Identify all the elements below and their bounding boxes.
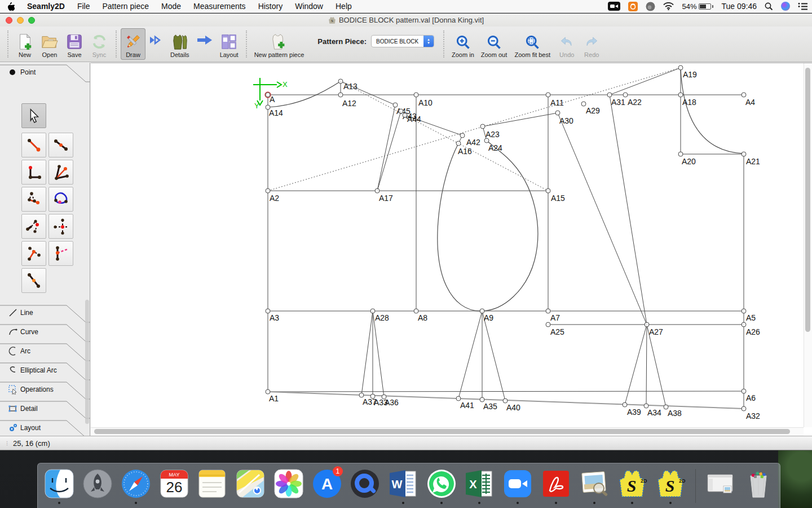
dock-notes[interactable]	[196, 468, 228, 504]
pattern-line[interactable]	[377, 111, 401, 191]
camera-menu-icon[interactable]	[646, 2, 655, 11]
pattern-line[interactable]	[483, 113, 558, 126]
pattern-line[interactable]	[361, 311, 373, 395]
pattern-point[interactable]	[414, 93, 418, 97]
pattern-line[interactable]	[373, 311, 384, 397]
pattern-point[interactable]	[607, 93, 612, 97]
screen-record-icon[interactable]	[608, 2, 620, 11]
curve-group-tab[interactable]: Curve	[0, 323, 90, 343]
menu-measurements[interactable]: Measurements	[187, 0, 252, 13]
horizontal-scrollbar-thumb[interactable]	[94, 429, 790, 434]
pattern-point[interactable]	[742, 309, 746, 313]
tool-point-of-intersection[interactable]	[48, 214, 73, 239]
layout-mode-button[interactable]: Layout	[217, 28, 242, 60]
operations-group-tab[interactable]: Operations	[0, 381, 90, 400]
line-group-tab[interactable]: Line	[0, 304, 90, 323]
apple-menu[interactable]	[0, 0, 21, 13]
pattern-point[interactable]	[359, 393, 364, 397]
dock-seamly2d-2[interactable]: S2D	[655, 468, 687, 504]
pattern-curve[interactable]	[681, 69, 744, 154]
menu-clock[interactable]: Tue 09:46	[721, 2, 757, 11]
menu-mode[interactable]: Mode	[155, 0, 187, 13]
details-mode-button[interactable]: Details	[167, 28, 193, 60]
tool-midpoint[interactable]	[21, 268, 46, 293]
pattern-line[interactable]	[458, 311, 482, 398]
notification-center-icon[interactable]	[798, 2, 808, 10]
dock-calendar[interactable]: MAY26	[158, 468, 190, 504]
dock-trash[interactable]	[742, 468, 774, 504]
dock-preview[interactable]	[578, 468, 610, 504]
minimize-button[interactable]	[17, 17, 24, 24]
pattern-drawing[interactable]: XYAA14A13A12A45A43A44A10A42A16A23A24A11A…	[91, 63, 802, 425]
pattern-point[interactable]	[742, 152, 746, 156]
pattern-point[interactable]	[581, 102, 586, 106]
pattern-point[interactable]	[678, 152, 683, 156]
open-button[interactable]: Open	[37, 28, 62, 60]
pattern-point[interactable]	[623, 93, 628, 97]
arc-group-tab[interactable]: Arc	[0, 343, 90, 362]
dock-seamly2d[interactable]: S2D	[616, 468, 648, 504]
pattern-point[interactable]	[678, 93, 683, 97]
pattern-piece-select[interactable]: BODICE BLOCK ▲▼	[371, 35, 434, 47]
pattern-point[interactable]	[480, 309, 484, 313]
pattern-point[interactable]	[338, 79, 343, 84]
pattern-point[interactable]	[623, 402, 627, 407]
dock-launchpad[interactable]	[82, 468, 114, 504]
dock-finder[interactable]	[43, 468, 76, 504]
pattern-line[interactable]	[647, 325, 666, 407]
dock-zoom[interactable]	[502, 468, 534, 504]
close-button[interactable]	[6, 17, 12, 24]
menu-seamly2d[interactable]: Seamly2D	[21, 0, 71, 13]
menu-history[interactable]: History	[252, 0, 289, 13]
spotlight-icon[interactable]	[765, 2, 773, 11]
wifi-icon[interactable]	[663, 2, 674, 10]
tool-line-intersect-axis[interactable]	[48, 241, 73, 266]
pattern-point[interactable]	[266, 389, 270, 394]
pattern-point[interactable]	[266, 189, 270, 193]
pattern-line[interactable]	[377, 105, 395, 191]
pattern-point[interactable]	[503, 398, 508, 403]
pattern-line[interactable]	[268, 68, 681, 191]
pattern-point[interactable]	[456, 396, 461, 401]
pattern-line[interactable]	[482, 311, 505, 401]
pattern-point[interactable]	[338, 93, 343, 97]
pattern-line[interactable]	[558, 113, 647, 325]
point-group-tab[interactable]: Point	[0, 64, 90, 83]
tool-point-along-perpendicular[interactable]	[21, 160, 46, 185]
horizontal-scrollbar[interactable]	[91, 427, 804, 436]
tool-bisector-point[interactable]	[48, 160, 73, 185]
pattern-point[interactable]	[414, 309, 418, 313]
zoom-out-button[interactable]: Zoom out	[478, 28, 510, 60]
menu-file[interactable]: File	[71, 0, 96, 13]
tool-point-along-curve[interactable]	[48, 187, 73, 212]
pattern-line[interactable]	[341, 81, 548, 191]
pattern-point[interactable]	[678, 65, 683, 70]
pattern-point[interactable]	[555, 111, 560, 115]
tool-point-at-distance-angle[interactable]	[21, 133, 46, 157]
pattern-point[interactable]	[375, 189, 379, 193]
dock-app-store[interactable]: A1	[311, 468, 343, 504]
pattern-line[interactable]	[610, 95, 647, 325]
pattern-point[interactable]	[460, 133, 465, 138]
menu-window[interactable]: Window	[289, 0, 329, 13]
dock-whatsapp[interactable]	[425, 468, 457, 504]
pattern-point[interactable]	[546, 189, 550, 193]
detail-group-tab[interactable]: Detail	[0, 400, 90, 419]
pattern-point[interactable]	[742, 406, 746, 411]
tool-triangle-point[interactable]	[21, 241, 46, 266]
pattern-point[interactable]	[403, 113, 407, 117]
dock-excel[interactable]: X	[464, 468, 496, 504]
tool-point-along-line[interactable]	[48, 133, 73, 157]
tool-shoulder-point[interactable]	[21, 214, 46, 239]
title-bar[interactable]: S BODICE BLOCK pattern.val [Donna King.v…	[0, 14, 812, 27]
pattern-line[interactable]	[268, 391, 744, 392]
pattern-curve[interactable]	[438, 141, 538, 311]
draw-mode-button[interactable]: Draw	[121, 28, 145, 60]
pattern-point[interactable]	[742, 93, 746, 97]
fullscreen-button[interactable]	[28, 17, 35, 24]
pattern-point[interactable]	[370, 309, 375, 313]
pattern-point[interactable]	[742, 322, 746, 327]
vertical-scrollbar-thumb[interactable]	[805, 68, 810, 332]
vertical-scrollbar[interactable]	[804, 63, 812, 427]
siri-icon[interactable]	[781, 2, 790, 11]
